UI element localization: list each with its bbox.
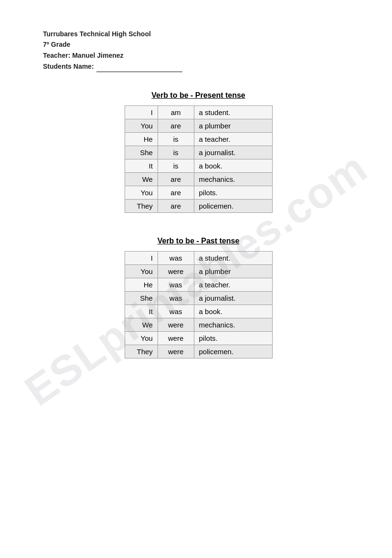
- table-row: He was a teacher.: [125, 278, 272, 291]
- complement-cell: policemen.: [194, 345, 272, 358]
- past-tense-table: I was a student. You were a plumber He w…: [125, 251, 273, 358]
- complement-cell: a student.: [194, 105, 272, 119]
- complement-cell: policemen.: [194, 199, 272, 212]
- table-row: We are mechanics.: [125, 172, 272, 186]
- table-row: You are a plumber: [125, 119, 272, 132]
- complement-cell: a plumber: [194, 119, 272, 132]
- complement-cell: a book.: [194, 305, 272, 318]
- complement-cell: mechanics.: [194, 318, 272, 331]
- pronoun-cell: I: [125, 105, 158, 119]
- verb-cell: were: [158, 345, 194, 358]
- pronoun-cell: It: [125, 305, 158, 318]
- table-row: They are policemen.: [125, 199, 272, 212]
- complement-cell: pilots.: [194, 331, 272, 345]
- pronoun-cell: I: [125, 251, 158, 264]
- verb-cell: are: [158, 186, 194, 199]
- past-tense-title: Verb to be - Past tense: [158, 237, 240, 245]
- verb-cell: are: [158, 199, 194, 212]
- complement-cell: a journalist.: [194, 146, 272, 159]
- verb-cell: was: [158, 291, 194, 305]
- verb-cell: am: [158, 105, 194, 119]
- teacher-name: Teacher: Manuel Jimenez: [43, 50, 354, 61]
- table-row: I was a student.: [125, 251, 272, 264]
- pronoun-cell: She: [125, 146, 158, 159]
- table-row: She was a journalist.: [125, 291, 272, 305]
- verb-cell: is: [158, 132, 194, 146]
- verb-cell: was: [158, 278, 194, 291]
- header-info: Turrubares Technical High School 7º Grad…: [43, 29, 354, 72]
- pronoun-cell: He: [125, 132, 158, 146]
- table-row: We were mechanics.: [125, 318, 272, 331]
- complement-cell: a plumber: [194, 264, 272, 278]
- verb-cell: was: [158, 251, 194, 264]
- complement-cell: a book.: [194, 159, 272, 172]
- pronoun-cell: You: [125, 264, 158, 278]
- pronoun-cell: He: [125, 278, 158, 291]
- table-row: You are pilots.: [125, 186, 272, 199]
- verb-cell: is: [158, 146, 194, 159]
- table-row: I am a student.: [125, 105, 272, 119]
- grade: 7º Grade: [43, 39, 354, 50]
- past-tense-section: Verb to be - Past tense I was a student.…: [43, 237, 354, 358]
- complement-cell: a teacher.: [194, 132, 272, 146]
- verb-cell: were: [158, 318, 194, 331]
- pronoun-cell: We: [125, 172, 158, 186]
- students-name-label: Students Name:: [43, 61, 354, 72]
- table-row: They were policemen.: [125, 345, 272, 358]
- pronoun-cell: You: [125, 119, 158, 132]
- pronoun-cell: They: [125, 199, 158, 212]
- students-name-underline: [96, 61, 182, 72]
- pronoun-cell: We: [125, 318, 158, 331]
- present-tense-table: I am a student. You are a plumber He is …: [125, 105, 273, 213]
- pronoun-cell: They: [125, 345, 158, 358]
- table-row: It was a book.: [125, 305, 272, 318]
- table-row: You were pilots.: [125, 331, 272, 345]
- table-row: She is a journalist.: [125, 146, 272, 159]
- pronoun-cell: You: [125, 186, 158, 199]
- verb-cell: were: [158, 331, 194, 345]
- pronoun-cell: It: [125, 159, 158, 172]
- pronoun-cell: You: [125, 331, 158, 345]
- present-tense-title: Verb to be - Present tense: [151, 91, 245, 100]
- verb-cell: are: [158, 119, 194, 132]
- page: ESLprintables.com Turrubares Technical H…: [0, 0, 392, 558]
- school-name: Turrubares Technical High School: [43, 29, 354, 39]
- verb-cell: was: [158, 305, 194, 318]
- complement-cell: a journalist.: [194, 291, 272, 305]
- complement-cell: a student.: [194, 251, 272, 264]
- complement-cell: a teacher.: [194, 278, 272, 291]
- pronoun-cell: She: [125, 291, 158, 305]
- complement-cell: pilots.: [194, 186, 272, 199]
- verb-cell: were: [158, 264, 194, 278]
- verb-cell: are: [158, 172, 194, 186]
- table-row: You were a plumber: [125, 264, 272, 278]
- complement-cell: mechanics.: [194, 172, 272, 186]
- verb-cell: is: [158, 159, 194, 172]
- table-row: It is a book.: [125, 159, 272, 172]
- table-row: He is a teacher.: [125, 132, 272, 146]
- present-tense-section: Verb to be - Present tense I am a studen…: [43, 91, 354, 213]
